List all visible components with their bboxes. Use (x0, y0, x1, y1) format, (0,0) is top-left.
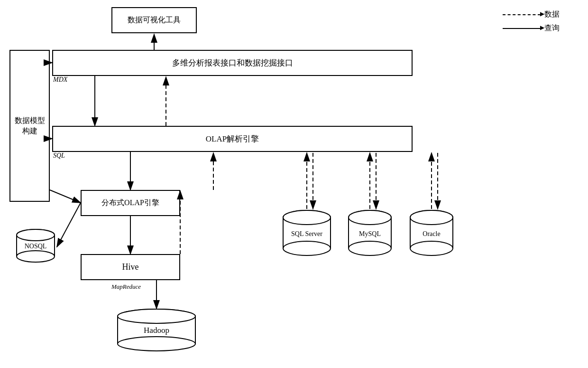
solid-line-icon (503, 28, 541, 29)
svg-point-25 (410, 241, 453, 255)
data-model-label: 数据模型构建 (14, 115, 45, 137)
svg-point-33 (118, 309, 195, 323)
svg-text:Oracle: Oracle (423, 230, 440, 237)
svg-point-11 (283, 241, 331, 255)
mdx-label: MDX (53, 76, 67, 84)
svg-point-32 (118, 337, 195, 351)
svg-text:MySQL: MySQL (359, 230, 381, 237)
svg-point-12 (283, 210, 331, 225)
viz-tool-label: 数据可视化工具 (128, 15, 181, 25)
dist-olap-box: 分布式OLAP引擎 (81, 190, 180, 216)
sql-server-cylinder: SQL Server (280, 209, 334, 259)
svg-line-48 (57, 203, 81, 247)
oracle-cylinder: Oracle (408, 209, 455, 259)
svg-point-5 (17, 229, 55, 241)
diagram-container: 数据 查询 数据可视化工具 数据模型构建 多维分析报表接口和数据挖掘接口 OLA… (0, 0, 588, 368)
hadoop-cylinder: Hadoop (114, 308, 199, 353)
legend-data-label: 数据 (544, 9, 560, 19)
hive-box: Hive (81, 254, 180, 280)
svg-point-18 (349, 241, 391, 255)
svg-text:NOSQL: NOSQL (25, 243, 47, 250)
mysql-cylinder: MySQL (346, 209, 394, 259)
mapreduce-label: MapReduce (111, 283, 141, 291)
legend: 数据 查询 (503, 9, 560, 33)
legend-data: 数据 (503, 9, 560, 19)
nosql-cylinder: NOSQL (14, 228, 57, 264)
viz-tool-box: 数据可视化工具 (111, 7, 197, 33)
legend-query-label: 查询 (544, 23, 560, 33)
svg-point-4 (17, 251, 55, 262)
svg-line-55 (50, 190, 81, 203)
dashed-line-icon (503, 14, 541, 15)
data-model-box: 数据模型构建 (9, 50, 50, 202)
svg-point-26 (410, 210, 453, 225)
svg-text:SQL Server: SQL Server (291, 230, 322, 237)
legend-query: 查询 (503, 23, 560, 33)
olap-label: OLAP解析引擎 (206, 133, 259, 144)
sql-label: SQL (53, 152, 65, 160)
svg-point-19 (349, 210, 391, 225)
mdap-label: 多维分析报表接口和数据挖掘接口 (172, 57, 293, 68)
svg-text:Hadoop: Hadoop (144, 326, 169, 335)
hive-label: Hive (122, 262, 139, 272)
dist-olap-label: 分布式OLAP引擎 (101, 198, 159, 208)
mdap-box: 多维分析报表接口和数据挖掘接口 (52, 50, 413, 76)
olap-box: OLAP解析引擎 (52, 126, 413, 152)
